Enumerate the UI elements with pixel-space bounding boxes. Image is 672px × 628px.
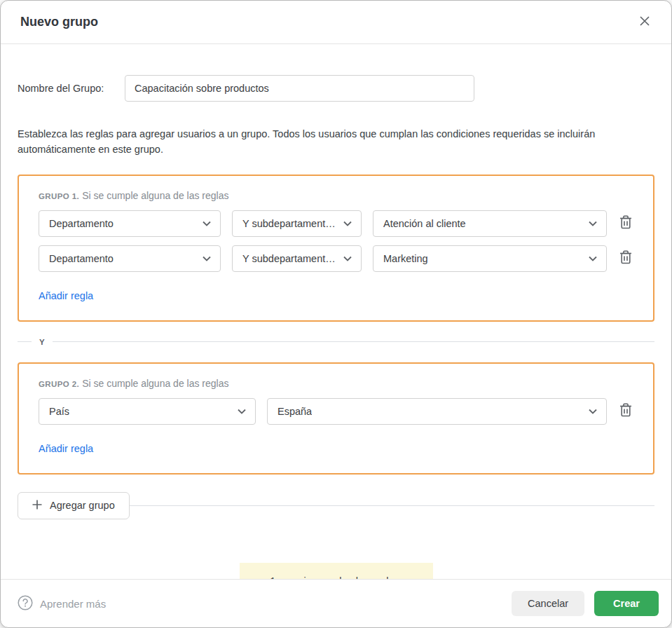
- select-value: Marketing: [383, 253, 428, 264]
- dialog-header: Nuevo grupo: [1, 1, 671, 44]
- group-2-label-prefix: GRUPO 2.: [39, 380, 79, 388]
- rule-field-select[interactable]: País: [39, 398, 256, 425]
- dialog-body: Nombre del Grupo: Establezca las reglas …: [1, 44, 671, 579]
- rule-field-select[interactable]: Departamento: [39, 210, 221, 237]
- chevron-down-icon: [203, 256, 211, 261]
- rule-group-2: GRUPO 2.Si se cumple alguna de las regla…: [18, 362, 654, 475]
- rule-row: Departamento Y subdepartamento... Market…: [39, 245, 633, 272]
- rule-operator-select[interactable]: Y subdepartamento...: [232, 245, 362, 272]
- group-connector: Y: [18, 337, 654, 347]
- dialog-title: Nuevo grupo: [20, 15, 98, 29]
- select-value: País: [49, 406, 69, 417]
- create-button[interactable]: Crear: [594, 591, 659, 616]
- rule-value-select[interactable]: Marketing: [373, 245, 607, 272]
- chevron-down-icon: [238, 409, 246, 414]
- connector-label: Y: [39, 338, 45, 346]
- learn-more-link[interactable]: Aprender más: [18, 595, 106, 613]
- chevron-down-icon: [203, 221, 211, 226]
- rule-value-select[interactable]: España: [267, 398, 607, 425]
- delete-rule-button[interactable]: [618, 250, 633, 267]
- matching-users-notice: 1 usuario cumplen las reglas.: [240, 563, 433, 580]
- learn-more-label: Aprender más: [40, 598, 106, 610]
- select-value: Departamento: [49, 218, 114, 229]
- select-value: Departamento: [49, 253, 114, 264]
- close-button[interactable]: [635, 13, 654, 32]
- new-group-dialog: Nuevo grupo Nombre del Grupo: Establezca…: [0, 0, 672, 628]
- chevron-down-icon: [589, 409, 597, 414]
- cancel-button[interactable]: Cancelar: [512, 591, 584, 616]
- rule-operator-select[interactable]: Y subdepartamento...: [232, 210, 362, 237]
- group-name-row: Nombre del Grupo:: [18, 75, 654, 102]
- rule-row: Departamento Y subdepartamento... Atenci…: [39, 210, 633, 237]
- group-1-label: GRUPO 1.Si se cumple alguna de las regla…: [39, 190, 633, 201]
- connector-line: [53, 341, 654, 342]
- group-1-label-text: Si se cumple alguna de las reglas: [82, 190, 228, 201]
- plus-icon: [32, 500, 42, 512]
- add-group-button[interactable]: Agregar grupo: [18, 492, 130, 519]
- group-name-input[interactable]: [125, 75, 474, 102]
- rule-row: País España: [39, 398, 633, 425]
- delete-rule-button[interactable]: [618, 215, 633, 232]
- add-group-row: Agregar grupo: [18, 492, 654, 519]
- select-value: Y subdepartamento...: [242, 253, 336, 264]
- add-rule-link[interactable]: Añadir regla: [39, 443, 93, 454]
- group-name-label: Nombre del Grupo:: [18, 83, 125, 94]
- select-value: Atención al cliente: [383, 218, 466, 229]
- close-icon: [639, 15, 650, 29]
- add-rule-link[interactable]: Añadir regla: [39, 290, 93, 301]
- connector-line: [18, 341, 32, 342]
- add-group-divider-line: [130, 505, 654, 506]
- rule-group-1: GRUPO 1.Si se cumple alguna de las regla…: [18, 175, 654, 322]
- dialog-footer: Aprender más Cancelar Crear: [1, 579, 671, 627]
- rules-instructions: Establezca las reglas para agregar usuar…: [18, 127, 652, 158]
- group-2-label: GRUPO 2.Si se cumple alguna de las regla…: [39, 378, 633, 389]
- rule-field-select[interactable]: Departamento: [39, 245, 221, 272]
- select-value: Y subdepartamento...: [242, 218, 336, 229]
- chevron-down-icon: [343, 256, 352, 261]
- trash-icon: [619, 403, 632, 419]
- help-icon: [18, 595, 33, 613]
- group-1-label-prefix: GRUPO 1.: [39, 192, 79, 200]
- rule-value-select[interactable]: Atención al cliente: [373, 210, 607, 237]
- chevron-down-icon: [589, 256, 597, 261]
- group-2-label-text: Si se cumple alguna de las reglas: [82, 378, 228, 389]
- select-value: España: [277, 406, 312, 417]
- trash-icon: [619, 250, 632, 266]
- trash-icon: [619, 215, 632, 231]
- delete-rule-button[interactable]: [618, 403, 633, 420]
- chevron-down-icon: [343, 221, 352, 226]
- add-group-label: Agregar grupo: [50, 500, 115, 511]
- chevron-down-icon: [589, 221, 597, 226]
